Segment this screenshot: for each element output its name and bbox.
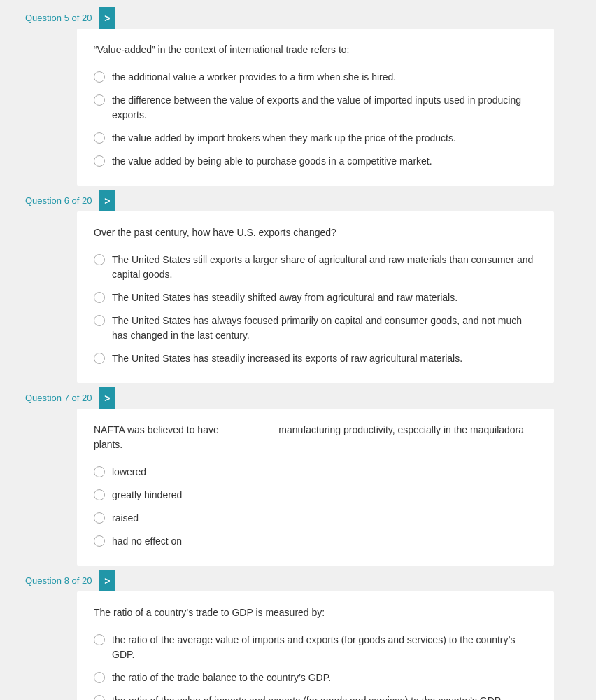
option-text-q7-1: greatly hindered [112,488,537,503]
radio-btn-q6-1[interactable] [94,292,105,303]
radio-btn-q5-2[interactable] [94,132,105,144]
radio-btn-q8-1[interactable] [94,672,105,683]
radio-btn-q6-2[interactable] [94,315,105,326]
option-text-q8-0: the ratio of the average value of import… [112,633,537,662]
radio-btn-q7-0[interactable] [94,466,105,477]
radio-btn-q6-3[interactable] [94,353,105,364]
question-arrow-q5[interactable]: > [99,7,115,29]
option-item-q7-1[interactable]: greatly hindered [94,488,537,503]
question-header-q8: Question 8 of 20> [0,570,596,592]
question-arrow-q8[interactable]: > [99,570,115,592]
option-text-q6-1: The United States has steadily shifted a… [112,290,537,305]
question-content-q8: The ratio of a country’s trade to GDP is… [77,592,554,700]
option-text-q5-2: the value added by import brokers when t… [112,131,537,146]
question-header-q6: Question 6 of 20> [0,190,596,211]
radio-btn-q7-2[interactable] [94,512,105,524]
radio-btn-q7-3[interactable] [94,536,105,547]
question-text-q5: “Value-added” in the context of internat… [94,43,537,57]
option-item-q7-2[interactable]: raised [94,511,537,526]
option-text-q8-1: the ratio of the trade balance to the co… [112,671,537,685]
option-text-q7-2: raised [112,511,537,526]
question-label-q5: Question 5 of 20 [0,7,99,29]
option-item-q6-3[interactable]: The United States has steadily increased… [94,351,537,366]
option-text-q5-1: the difference between the value of expo… [112,93,537,122]
option-item-q6-0[interactable]: The United States still exports a larger… [94,253,537,282]
radio-btn-q5-0[interactable] [94,71,105,83]
option-text-q7-3: had no effect on [112,534,537,549]
option-item-q8-0[interactable]: the ratio of the average value of import… [94,633,537,662]
option-item-q8-1[interactable]: the ratio of the trade balance to the co… [94,671,537,685]
radio-btn-q5-1[interactable] [94,94,105,106]
options-list-q7: loweredgreatly hinderedraisedhad no effe… [94,465,537,549]
question-content-q6: Over the past century, how have U.S. exp… [77,211,554,383]
option-item-q6-2[interactable]: The United States has always focused pri… [94,314,537,343]
options-list-q8: the ratio of the average value of import… [94,633,537,700]
option-text-q6-0: The United States still exports a larger… [112,253,537,282]
question-text-q6: Over the past century, how have U.S. exp… [94,225,537,240]
question-text-q7: NAFTA was believed to have __________ ma… [94,423,537,452]
option-item-q5-1[interactable]: the difference between the value of expo… [94,93,537,122]
option-text-q5-3: the value added by being able to purchas… [112,154,537,169]
option-item-q7-3[interactable]: had no effect on [94,534,537,549]
options-list-q6: The United States still exports a larger… [94,253,537,366]
option-text-q5-0: the additional value a worker provides t… [112,70,537,85]
options-list-q5: the additional value a worker provides t… [94,70,537,169]
question-block-q8: Question 8 of 20>The ratio of a country’… [0,570,596,700]
option-item-q5-0[interactable]: the additional value a worker provides t… [94,70,537,85]
option-item-q7-0[interactable]: lowered [94,465,537,479]
radio-btn-q8-0[interactable] [94,634,105,645]
question-block-q5: Question 5 of 20>“Value-added” in the co… [0,7,596,186]
option-item-q8-2[interactable]: the ratio of the value of imports and ex… [94,694,537,700]
question-arrow-q7[interactable]: > [99,387,115,409]
question-block-q6: Question 6 of 20>Over the past century, … [0,190,596,383]
option-item-q5-2[interactable]: the value added by import brokers when t… [94,131,537,146]
radio-btn-q8-2[interactable] [94,695,105,700]
radio-btn-q6-0[interactable] [94,254,105,265]
question-label-q8: Question 8 of 20 [0,570,99,592]
option-item-q6-1[interactable]: The United States has steadily shifted a… [94,290,537,305]
question-label-q7: Question 7 of 20 [0,387,99,409]
option-text-q7-0: lowered [112,465,537,479]
page: Question 5 of 20>“Value-added” in the co… [0,0,596,700]
question-content-q7: NAFTA was believed to have __________ ma… [77,409,554,566]
question-header-q7: Question 7 of 20> [0,387,596,409]
question-content-q5: “Value-added” in the context of internat… [77,29,554,186]
option-item-q5-3[interactable]: the value added by being able to purchas… [94,154,537,169]
option-text-q6-2: The United States has always focused pri… [112,314,537,343]
option-text-q6-3: The United States has steadily increased… [112,351,537,366]
question-text-q8: The ratio of a country’s trade to GDP is… [94,606,537,620]
option-text-q8-2: the ratio of the value of imports and ex… [112,694,537,700]
question-arrow-q6[interactable]: > [99,190,115,211]
radio-btn-q5-3[interactable] [94,155,105,167]
question-header-q5: Question 5 of 20> [0,7,596,29]
question-label-q6: Question 6 of 20 [0,190,99,211]
radio-btn-q7-1[interactable] [94,489,105,500]
question-block-q7: Question 7 of 20>NAFTA was believed to h… [0,387,596,566]
